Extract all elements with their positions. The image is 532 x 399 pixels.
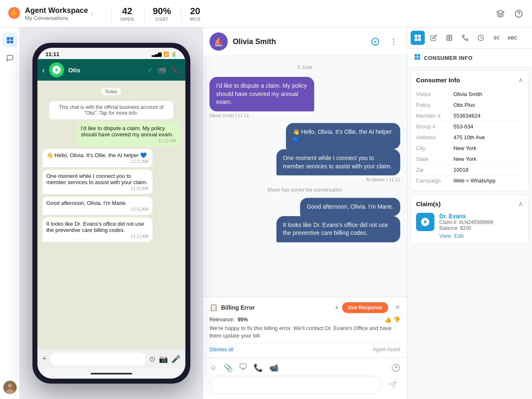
attachment-icon[interactable]: 📎	[224, 363, 233, 372]
assist-relevance: Relevance: 95% 👍 👎	[209, 316, 400, 323]
svg-rect-6	[7, 37, 10, 40]
svg-rect-31	[414, 54, 417, 57]
phone-mockup-area: 11:11 ▂▄▆ 📶 🔋 ‹ Otis ✓	[20, 27, 203, 399]
svg-rect-20	[415, 35, 418, 38]
phone-text-input[interactable]	[50, 352, 145, 365]
agent-assist-panel: 📋 Billing Error ∧ Use Response ✕ Relevan…	[203, 297, 407, 357]
emoji-icon[interactable]: ☺	[209, 363, 217, 372]
video-icon[interactable]: 📹	[157, 65, 166, 74]
phone-msg-in-1: One moment while I connect you to member…	[42, 170, 153, 194]
use-response-button[interactable]: Use Response	[342, 302, 388, 313]
screen-share-icon[interactable]	[239, 363, 247, 372]
edit-claim-link[interactable]: Edit	[454, 233, 463, 239]
assist-title: Billing Error	[221, 304, 332, 311]
claims-card-header: Claim(s) ∧	[416, 200, 523, 208]
chat-input-toolbar: ☺ 📎 📞 📹 🕐	[209, 363, 400, 372]
tab-edit[interactable]	[426, 31, 441, 45]
msg-group-agent-1: Good afternoon, Olivia. I'm Marie. It lo…	[209, 198, 400, 242]
sidebar-chat-icon[interactable]	[2, 51, 17, 66]
phone-camera-icon[interactable]: 📷	[159, 355, 168, 364]
send-button[interactable]	[385, 377, 400, 392]
header-right	[494, 7, 525, 20]
tab-table[interactable]	[442, 31, 456, 45]
video-call-icon[interactable]: 📹	[269, 363, 278, 372]
consumer-info-section-header: CONSUMER INFO	[407, 49, 532, 67]
layers-icon[interactable]	[494, 7, 507, 20]
tab-sc[interactable]: SC	[490, 31, 504, 45]
consumer-card-header: Consumer Info ∧	[416, 76, 523, 84]
phone-date-label: Today	[42, 87, 180, 95]
phone-msg-in-0: 👋 Hello, Olivia. It's Ollie, the AI help…	[42, 149, 153, 167]
whatsapp-agent-avatar	[49, 62, 64, 77]
header-divider-3	[181, 6, 182, 21]
clock-icon[interactable]: 🕐	[391, 363, 400, 372]
back-icon[interactable]: ‹	[42, 65, 45, 75]
chat-user-avatar: ⛵	[209, 32, 228, 51]
whatsapp-chat-header: ‹ Otis ✓ 📹 📞	[37, 59, 185, 81]
consumer-info-card: Consumer Info ∧ Visitor Olivia Smith Pol…	[411, 71, 529, 191]
svg-point-29	[462, 35, 464, 37]
collapse-consumer-button[interactable]: ∧	[518, 76, 523, 84]
consumer-info-fields: Visitor Olivia Smith Policy Otis Plus Me…	[416, 89, 523, 186]
svg-point-28	[466, 39, 468, 41]
phone-msg-in-2: Good afternoon, Olivia. I'm Marie. 11:11…	[42, 197, 153, 215]
stat-open: 42 OPEN	[120, 6, 134, 22]
chat-panel: ⛵ Olivia Smith 5 June I'd like to disput…	[203, 27, 407, 399]
svg-point-12	[6, 389, 14, 394]
svg-rect-17	[240, 364, 246, 368]
dismiss-all-link[interactable]: Dismiss all	[209, 347, 233, 352]
app-subtitle: My Conversations	[25, 15, 88, 21]
msg-bubble-agent-2: Good afternoon, Olivia. I'm Marie.	[300, 198, 400, 216]
phone-mic-icon[interactable]: 🎤	[171, 355, 180, 364]
right-panel: SC ABC CONSUMER INFO Consumer Info ∧ Vis…	[407, 27, 532, 399]
chat-input-row	[209, 376, 400, 394]
assist-chevron-icon[interactable]: ∧	[335, 305, 339, 310]
audio-icon[interactable]: 📞	[254, 363, 263, 372]
tab-history[interactable]	[474, 31, 488, 45]
chat-text-input[interactable]	[209, 376, 382, 394]
collapse-claims-button[interactable]: ∧	[518, 200, 523, 208]
phone-icon[interactable]: 📞	[171, 65, 180, 74]
assist-close-icon[interactable]: ✕	[395, 303, 400, 311]
msg-bubble-agent-3: It looks like Dr. Evans's office did not…	[276, 216, 400, 242]
wifi-icon: 📶	[163, 52, 169, 57]
more-options-icon[interactable]	[387, 35, 400, 48]
phone-status-bar: 11:11 ▂▄▆ 📶 🔋	[37, 48, 185, 59]
assist-response-text: We're happy to fix this billing error. W…	[209, 325, 400, 340]
assist-feedback: 👍 👎	[384, 316, 400, 323]
tab-abc[interactable]: ABC	[505, 31, 520, 45]
chat-date-separator: 5 June	[209, 64, 400, 70]
view-claim-link[interactable]: View	[439, 233, 451, 239]
help-icon[interactable]	[512, 7, 525, 20]
info-row-policy: Policy Otis Plus	[416, 100, 523, 111]
phone-official-msg: This chat is with the official business …	[49, 101, 173, 119]
claim-details: Dr. Evans Claim #: #LN245569999 Balance:…	[439, 213, 523, 239]
msg-bubble-agent-1: One moment while I connect you to member…	[276, 149, 400, 175]
tab-transfer[interactable]	[458, 31, 472, 45]
claim-number: Claim #: #LN245569999	[439, 219, 523, 225]
tab-consumer-info[interactable]	[411, 31, 425, 45]
phone-plus-icon[interactable]: +	[42, 355, 47, 363]
assist-footer: Dismiss all Agent Assist	[209, 343, 400, 352]
user-avatar[interactable]	[3, 381, 17, 394]
resolve-icon[interactable]	[369, 35, 382, 48]
svg-point-14	[393, 39, 394, 40]
chat-user-name: Olivia Smith	[233, 37, 276, 46]
chat-input-area: ☺ 📎 📞 📹 🕐	[203, 357, 407, 399]
sidebar-conversations-icon[interactable]	[2, 32, 17, 47]
phone-sticker-icon[interactable]: ⊙	[149, 355, 155, 364]
system-msg-joined: Marie has joined the conversation	[209, 187, 400, 193]
thumbs-up-icon[interactable]: 👍	[384, 316, 392, 323]
app-header: Agent Workspace My Conversations › 42 OP…	[0, 0, 532, 27]
claims-title: Claim(s)	[416, 200, 441, 207]
svg-rect-32	[418, 54, 420, 57]
chat-header-actions	[369, 35, 400, 48]
phone-msg-out: I'd like to dispute a claim. My policy s…	[77, 122, 180, 146]
msg-bubble-agent-0: 👋 Hello, Olivia. It's Ollie, the AI help…	[286, 123, 400, 149]
signal-icon: ▂▄▆	[152, 52, 162, 57]
assist-icon: 📋	[209, 303, 218, 311]
thumbs-down-icon[interactable]: 👎	[393, 316, 400, 323]
consumer-info-section-title: CONSUMER INFO	[424, 55, 473, 61]
claim-doctor-name: Dr. Evans	[439, 213, 523, 219]
header-chevron-icon[interactable]: ›	[91, 10, 94, 17]
